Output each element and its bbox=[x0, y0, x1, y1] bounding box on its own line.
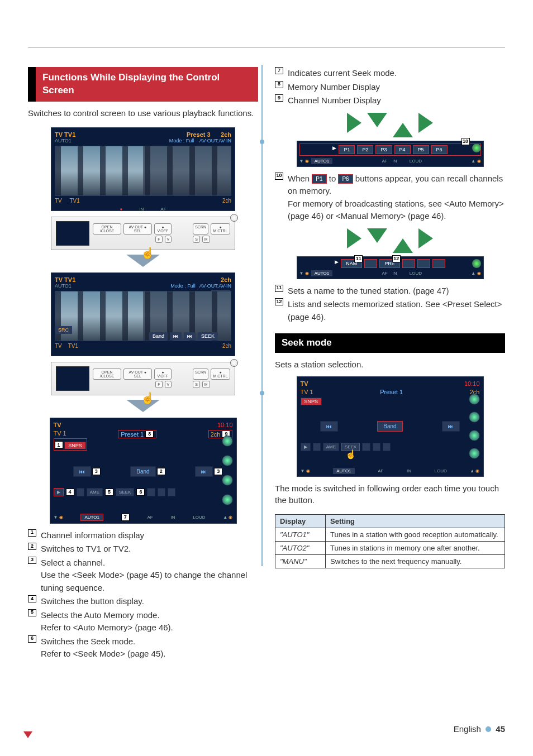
tv-bottom: TV bbox=[55, 343, 62, 349]
band-button[interactable]: Band 2 bbox=[130, 466, 155, 477]
num-7: 7 bbox=[275, 67, 283, 74]
mctrl-button[interactable]: ● M.CTRL bbox=[211, 369, 230, 380]
tv1-label: TV 1 bbox=[54, 430, 66, 438]
section-title: Functions While Displaying the Control S… bbox=[28, 67, 258, 102]
s-button[interactable]: S bbox=[193, 236, 200, 243]
s-button[interactable]: S bbox=[193, 381, 200, 388]
snps-chip: SNPS bbox=[64, 442, 86, 449]
loud-label: LOUD bbox=[410, 271, 422, 276]
arrow-right-icon bbox=[418, 228, 433, 248]
seek-mode-title: Seek mode bbox=[275, 333, 505, 353]
open-close-button[interactable]: OPEN /CLOSE bbox=[93, 369, 121, 380]
tv1-bottom: TV1 bbox=[68, 343, 78, 349]
loud-label: LOUD bbox=[435, 468, 447, 473]
col-setting: Setting bbox=[326, 515, 505, 528]
gap bbox=[77, 488, 84, 496]
callout-2: 2 bbox=[157, 468, 165, 475]
panel-display bbox=[56, 366, 89, 391]
dummy-button bbox=[402, 259, 415, 268]
scrn-button[interactable]: SCRN bbox=[193, 369, 208, 380]
seek-button[interactable]: SEEK bbox=[116, 488, 134, 496]
num-10: 10 bbox=[275, 173, 283, 180]
top-rule bbox=[28, 47, 505, 48]
src-button[interactable]: SRC bbox=[55, 326, 72, 334]
nav-arrows bbox=[275, 113, 505, 137]
desc-8: Memory Number Display bbox=[288, 81, 505, 94]
tv-label: TV TV1 bbox=[55, 276, 75, 283]
desc-7: Indicates current Seek mode. bbox=[288, 67, 505, 80]
band-button[interactable]: Band bbox=[149, 332, 168, 340]
seek-after-text: The mode is switched in following order … bbox=[275, 482, 505, 507]
pre-button[interactable]: PRE 12 bbox=[379, 259, 400, 268]
num-4: 4 bbox=[28, 595, 36, 602]
voff-button[interactable]: ● V.OFF bbox=[154, 369, 172, 380]
ame-button[interactable]: AME bbox=[87, 488, 103, 496]
m-button[interactable]: M bbox=[202, 236, 210, 243]
right-column: 7Indicates current Seek mode. 8Memory Nu… bbox=[275, 67, 505, 662]
f-button[interactable]: F bbox=[155, 381, 162, 388]
dummy-btn bbox=[158, 488, 165, 496]
v-button[interactable]: V bbox=[165, 381, 172, 388]
prev-channel-button[interactable]: ⏮ 3 bbox=[73, 466, 91, 477]
open-close-button[interactable]: OPEN /CLOSE bbox=[93, 223, 121, 235]
in-indicator: IN bbox=[139, 207, 144, 211]
loud-label: LOUD bbox=[410, 159, 422, 164]
seek-mode-table: Display Setting "AUTO1" Tunes in a stati… bbox=[275, 514, 505, 568]
voff-button[interactable]: ● V.OFF bbox=[154, 223, 172, 235]
cell-manu: "MANU" bbox=[275, 555, 326, 568]
callout-5: 5 bbox=[105, 489, 113, 496]
v-button[interactable]: V bbox=[165, 236, 172, 243]
tv-header: TV bbox=[54, 422, 61, 428]
avout-button[interactable]: AV OUT ● SEL bbox=[123, 223, 151, 235]
left-column: Functions While Displaying the Control S… bbox=[28, 67, 258, 662]
auto-label: AUTO1 bbox=[311, 270, 333, 276]
f-button[interactable]: F bbox=[155, 236, 162, 243]
pointing-hand-icon: ☝ bbox=[141, 246, 155, 260]
tv1-bottom: TV1 bbox=[70, 198, 80, 204]
nav-arrows-2 bbox=[275, 228, 505, 253]
col-display: Display bbox=[275, 515, 326, 528]
p4-button[interactable]: P4 bbox=[394, 145, 411, 154]
table-row: "AUTO1" Tunes in a station with good rec… bbox=[275, 528, 505, 542]
video-preview bbox=[55, 146, 231, 196]
seek-button[interactable]: SEEK bbox=[198, 332, 218, 340]
af-label: AF bbox=[378, 468, 383, 473]
p2-button[interactable]: P2 bbox=[357, 145, 373, 154]
next-button[interactable]: ⏭ bbox=[184, 332, 196, 340]
p6-button[interactable]: P6 bbox=[431, 145, 448, 154]
num-6: 6 bbox=[28, 635, 36, 643]
next-channel-button[interactable]: ⏭ 3 bbox=[195, 466, 213, 477]
band-button[interactable]: Band bbox=[377, 421, 402, 432]
callout-4: 4 bbox=[66, 489, 74, 496]
dummy-btn bbox=[313, 443, 321, 451]
prev-button[interactable]: ⏮ bbox=[170, 332, 182, 340]
switch-display-button[interactable]: ▶ bbox=[301, 443, 311, 451]
switch-display-button[interactable]: ▶ bbox=[54, 488, 64, 496]
dummy-button bbox=[364, 259, 377, 268]
callout-10: 10 bbox=[461, 138, 470, 145]
p3-button[interactable]: P3 bbox=[375, 145, 392, 154]
auto-mode-display: AUTO1 bbox=[80, 514, 103, 521]
mctrl-button[interactable]: ● M.CTRL bbox=[211, 223, 230, 235]
p5-button[interactable]: P5 bbox=[413, 145, 429, 154]
p1-button[interactable]: P1 bbox=[339, 145, 355, 154]
seek-button[interactable]: SEEK ☝ bbox=[341, 443, 360, 451]
m-button[interactable]: M bbox=[202, 381, 210, 388]
ame-button[interactable]: AME bbox=[323, 443, 339, 451]
avout-button[interactable]: AV OUT ● SEL bbox=[123, 369, 151, 380]
num-3: 3 bbox=[28, 557, 36, 564]
section-intro: Switches to control screen to use variou… bbox=[28, 107, 258, 119]
side-icons bbox=[222, 432, 234, 510]
preset-strip-1: ▶ P1 P2 P3 P4 P5 P6 10 ▼ ◉ AUTO1 AF IN L… bbox=[297, 141, 484, 167]
preset-strip-2: ▶ NAM 11 PRE 12 ▼ ◉ AUTO1 AF bbox=[297, 256, 484, 279]
prev-channel-button[interactable]: ⏮ bbox=[320, 421, 338, 432]
callout-1: 1 bbox=[55, 441, 63, 448]
scrn-button[interactable]: SCRN bbox=[193, 223, 208, 235]
divider-dot bbox=[260, 140, 264, 144]
panel-display bbox=[56, 221, 89, 246]
pointing-hand-icon: ☝ bbox=[141, 391, 155, 405]
nam-button[interactable]: NAM 11 bbox=[341, 259, 362, 268]
tv-label: TV TV1 bbox=[55, 131, 75, 138]
next-channel-button[interactable]: ⏭ bbox=[442, 421, 460, 432]
arrow-right-icon bbox=[418, 113, 433, 133]
